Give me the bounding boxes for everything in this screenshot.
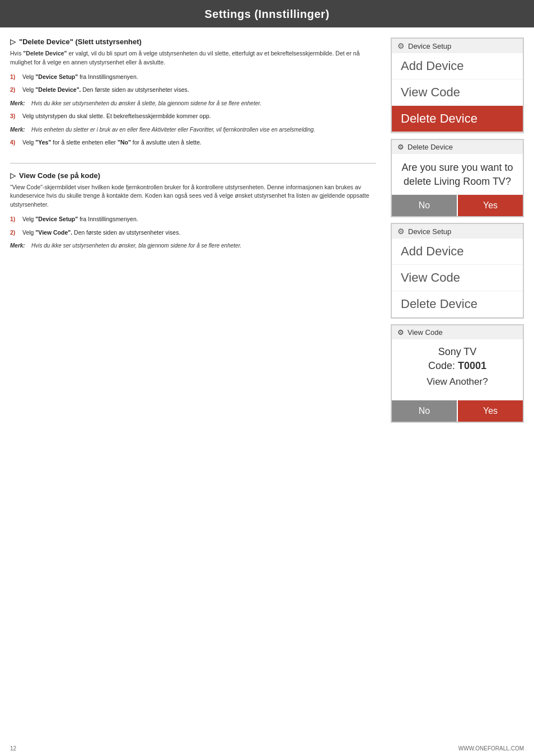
note-label: Merk: [10,99,31,108]
step-item: 2) Velg "Delete Device". Den første side… [10,86,376,95]
section-divider [10,163,376,164]
code-value: Code: T0001 [401,360,514,372]
delete-device-section: ▷ "Delete Device" (Slett utstyrsenhet) H… [10,38,376,147]
delete-device-steps: 1) Velg "Device Setup" fra Innstillingsm… [10,73,376,147]
delete-device-item[interactable]: Delete Device [392,291,523,318]
gear-icon: ⚙ [397,143,404,151]
confirm-body: Are you sure you want to delete Living R… [392,154,523,194]
view-another-text: View Another? [401,376,514,388]
step-item: 1) Velg "Device Setup" fra Innstillingsm… [10,215,376,224]
view-code-body: Sony TV Code: T0001 View Another? [392,339,523,400]
no-button[interactable]: No [392,195,457,216]
yes-button[interactable]: Yes [458,195,523,216]
page-title: Settings (Innstillinger) [0,0,534,27]
panel-header-title: Device Setup [408,42,451,50]
confirm-text: Are you sure you want to delete Living R… [401,162,513,187]
step-text: Velg utstyrstypen du skal slette. Et bek… [22,112,376,121]
step-item: 3) Velg utstyrstypen du skal slette. Et … [10,112,376,121]
note-item: Merk: Hvis enheten du sletter er i bruk … [10,125,376,134]
step-text: Velg "Device Setup" fra Innstillingsmeny… [22,215,376,224]
page: Settings (Innstillinger) ▷ "Delete Devic… [0,0,534,756]
add-device-item[interactable]: Add Device [392,239,523,265]
no-button[interactable]: No [392,400,457,422]
step-number: 2) [10,228,22,237]
view-code-buttons: No Yes [392,400,523,422]
view-code-header: ⚙ View Code [392,325,523,339]
page-number: 12 [10,745,16,752]
gear-icon: ⚙ [397,328,404,337]
arrow-icon: ▷ [10,171,16,180]
note-item: Merk: Hvis du ikke ser utstyrsenheten du… [10,99,376,108]
step-number: 1) [10,73,22,82]
website-url: WWW.ONEFORALL.COM [458,745,524,752]
delete-device-title: ▷ "Delete Device" (Slett utstyrsenhet) [10,38,376,46]
device-setup-panel-2: ⚙ Device Setup Add Device View Code Dele… [391,223,524,319]
delete-confirm-panel: ⚙ Delete Device Are you sure you want to… [391,139,524,217]
left-column: ▷ "Delete Device" (Slett utstyrsenhet) H… [10,38,381,740]
footer: 12 WWW.ONEFORALL.COM [0,740,534,756]
right-column: ⚙ Device Setup Add Device View Code Dele… [391,38,524,740]
view-code-item[interactable]: View Code [392,265,523,291]
note-item: Merk: Hvis du ikke ser utstyrsenheten du… [10,241,376,250]
note-label: Merk: [10,241,31,250]
panel-header-2: ⚙ Device Setup [392,224,523,239]
delete-device-item[interactable]: Delete Device [392,106,523,132]
step-item: 4) Velg "Yes" for å slette enheten eller… [10,138,376,147]
view-code-panel: ⚙ View Code Sony TV Code: T0001 View Ano… [391,324,524,423]
view-code-desc: "View Code"-skjermbildet viser hvilken k… [10,183,376,209]
step-number: 3) [10,112,22,121]
step-number: 4) [10,138,22,147]
gear-icon: ⚙ [397,227,405,236]
step-number: 2) [10,86,22,95]
view-code-steps: 1) Velg "Device Setup" fra Innstillingsm… [10,215,376,250]
confirm-header-title: Delete Device [407,143,453,151]
title-text: Settings (Innstillinger) [204,8,329,20]
confirm-buttons: No Yes [392,194,523,216]
device-setup-panel-1: ⚙ Device Setup Add Device View Code Dele… [391,38,524,133]
panel-header-title: Device Setup [408,227,451,236]
delete-device-desc: Hvis "Delete Device" er valgt, vil du bl… [10,49,376,67]
note-label: Merk: [10,125,31,134]
note-text: Hvis enheten du sletter er i bruk av en … [31,125,376,134]
view-code-item[interactable]: View Code [392,80,523,106]
step-text: Velg "Device Setup" fra Innstillingsmeny… [22,73,376,82]
step-text: Velg "Yes" for å slette enheten eller "N… [22,138,376,147]
device-name: Sony TV [401,346,514,358]
step-text: Velg "Delete Device". Den første siden a… [22,86,376,95]
panel-header-1: ⚙ Device Setup [392,39,523,53]
view-code-section: ▷ View Code (se på kode) "View Code"-skj… [10,171,376,250]
add-device-item[interactable]: Add Device [392,53,523,80]
gear-icon: ⚙ [397,41,405,50]
step-item: 1) Velg "Device Setup" fra Innstillingsm… [10,73,376,82]
view-code-header-title: View Code [407,328,443,337]
code-number: T0001 [458,360,486,371]
note-text: Hvis du ikke ser utstyrsenheten du ønske… [31,241,376,250]
step-item: 2) Velg "View Code". Den første siden av… [10,228,376,237]
main-content: ▷ "Delete Device" (Slett utstyrsenhet) H… [0,27,534,740]
step-text: Velg "View Code". Den første siden av ut… [22,228,376,237]
view-code-title: ▷ View Code (se på kode) [10,171,376,180]
step-number: 1) [10,215,22,224]
arrow-icon: ▷ [10,38,16,46]
view-code-title-text: View Code (se på kode) [19,171,100,180]
yes-button[interactable]: Yes [458,400,523,422]
note-text: Hvis du ikke ser utstyrsenheten du ønske… [31,99,376,108]
confirm-header: ⚙ Delete Device [392,140,523,154]
delete-device-title-text: "Delete Device" (Slett utstyrsenhet) [19,38,142,46]
